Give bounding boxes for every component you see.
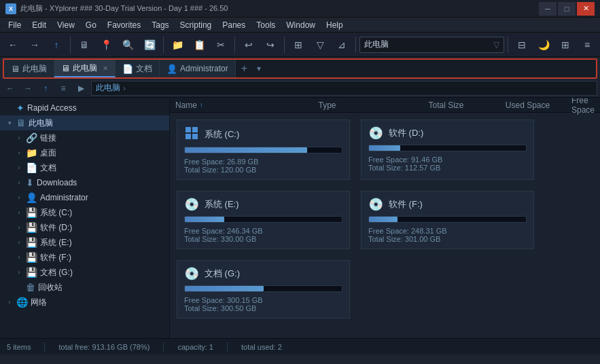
breadcrumb-pc[interactable]: 此电脑 <box>96 82 120 94</box>
tab-close-1[interactable]: ✕ <box>103 65 108 72</box>
filter2-button[interactable]: ⊿ <box>332 35 352 54</box>
drive-card-0[interactable]: 系统 (C:) Free Space: 26.89 GB Total Size:… <box>177 120 350 180</box>
column-headers: Name ↑ Type Total Size Used Space Free S… <box>170 98 600 113</box>
nav-arrow-btn[interactable]: ▶ <box>73 81 88 96</box>
drive-info-0: Free Space: 26.89 GB Total Size: 120.00 … <box>184 158 342 174</box>
drive-card-1[interactable]: 💿 软件 (D:) Free Space: 91.46 GB Total Siz… <box>361 120 534 180</box>
tab-label-0: 此电脑 <box>22 63 47 75</box>
drive-card-2[interactable]: 💿 系统 (E:) Free Space: 246.34 GB Total Si… <box>177 191 350 249</box>
menu-item-window[interactable]: Window <box>281 19 321 31</box>
drive-icon-1: 💿 <box>368 126 383 141</box>
tab-dropdown-button[interactable]: ▾ <box>253 60 265 77</box>
folder-button[interactable]: 📁 <box>167 35 188 54</box>
tab-label-3: Administrator <box>180 64 228 73</box>
location-button[interactable]: 📍 <box>96 35 116 54</box>
sync-button[interactable]: 🔄 <box>139 35 160 54</box>
sidebar-item-11[interactable]: › 💾 文档 (G:) <box>0 265 169 280</box>
sidebar-item-5[interactable]: › ⬇ Downloads <box>0 175 169 190</box>
tab-2[interactable]: 📄文档 <box>116 60 160 77</box>
tree-expand-13: › <box>5 298 14 306</box>
window-controls: ─ □ ✕ <box>539 2 595 16</box>
total-free: total free: 913.16 GB (78%) <box>58 343 149 351</box>
col-header-free[interactable]: Free Space <box>571 98 595 115</box>
menu-item-help[interactable]: Help <box>321 19 349 31</box>
search-button[interactable]: 🔍 <box>118 35 138 54</box>
tab-0[interactable]: 🖥此电脑 <box>4 60 54 77</box>
copy-button[interactable]: 📋 <box>189 35 209 54</box>
tab-1[interactable]: 🖥此电脑✕ <box>54 60 116 77</box>
nav-up-button[interactable]: ↑ <box>46 35 67 54</box>
layout-button[interactable]: ⊟ <box>512 35 532 54</box>
computer-button[interactable]: 🖥 <box>74 35 94 54</box>
tree-label-7: 系统 (C:) <box>40 207 72 219</box>
tree-expand-4: › <box>15 164 23 172</box>
sidebar-item-7[interactable]: › 💾 系统 (C:) <box>0 205 169 220</box>
drive-header-3: 💿 软件 (F:) <box>368 197 527 212</box>
moon-button[interactable]: 🌙 <box>533 35 554 54</box>
maximize-button[interactable]: □ <box>558 2 576 16</box>
minimize-button[interactable]: ─ <box>539 2 557 16</box>
menu-item-go[interactable]: Go <box>80 19 102 31</box>
tab-icon-2: 📄 <box>122 64 133 74</box>
menu-item-edit[interactable]: Edit <box>27 19 52 31</box>
sidebar-item-8[interactable]: › 💾 软件 (D:) <box>0 220 169 235</box>
nav-back-btn2[interactable]: ← <box>3 81 18 96</box>
drive-card-4[interactable]: 💿 文档 (G:) Free Space: 300.15 GB Total Si… <box>177 260 350 318</box>
close-button[interactable]: ✕ <box>577 2 595 16</box>
items-count: 5 items <box>7 343 31 351</box>
menu-item-view[interactable]: View <box>52 19 80 31</box>
filter-button[interactable]: ▽ <box>310 35 330 54</box>
sidebar-item-0[interactable]: ✦ Rapid Access <box>0 101 169 115</box>
nav-fwd-btn2[interactable]: → <box>20 81 35 96</box>
sidebar-item-4[interactable]: › 📄 文档 <box>0 160 169 175</box>
drive-free-0: Free Space: 26.89 GB <box>184 158 342 166</box>
undo-button[interactable]: ↩ <box>239 35 259 54</box>
col-header-type[interactable]: Type <box>319 101 429 110</box>
status-sep-1 <box>44 342 45 352</box>
cut-button[interactable]: ✂ <box>211 35 231 54</box>
sidebar-item-10[interactable]: › 💾 软件 (F:) <box>0 250 169 265</box>
tree-icon-12: 🗑 <box>26 282 35 293</box>
nav-back-button[interactable]: ← <box>3 35 23 54</box>
drive-icon-4: 💿 <box>184 266 199 281</box>
details-button[interactable]: ≡ <box>577 35 597 54</box>
drive-icon-3: 💿 <box>368 197 383 212</box>
nav-list-btn[interactable]: ≡ <box>56 81 71 96</box>
drive-icon-0 <box>184 126 199 143</box>
col-header-name[interactable]: Name ↑ <box>175 101 319 110</box>
sidebar-item-9[interactable]: › 💾 系统 (E:) <box>0 235 169 250</box>
col-header-used[interactable]: Used Space <box>506 101 571 110</box>
tree-expand-7: › <box>15 208 23 217</box>
tree-label-12: 回收站 <box>38 282 63 293</box>
address-input[interactable] <box>364 40 493 50</box>
sidebar-item-1[interactable]: ▾ 🖥 此电脑 <box>0 115 169 130</box>
drive-free-4: Free Space: 300.15 GB <box>184 296 342 304</box>
tree-expand-1: ▾ <box>5 119 14 127</box>
nav-up-btn2[interactable]: ↑ <box>38 81 53 96</box>
drive-bar-4 <box>184 285 342 292</box>
menu-item-scripting[interactable]: Scripting <box>175 19 217 31</box>
sidebar-item-3[interactable]: › 📁 桌面 <box>0 145 169 160</box>
redo-button[interactable]: ↪ <box>260 35 281 54</box>
tab-3[interactable]: 👤Administrator <box>160 60 236 77</box>
sidebar-item-13[interactable]: › 🌐 网络 <box>0 295 169 310</box>
nav-forward-button[interactable]: → <box>24 35 45 54</box>
sidebar-item-6[interactable]: › 👤 Administrator <box>0 190 169 205</box>
menu-item-tools[interactable]: Tools <box>251 19 281 31</box>
drive-card-3[interactable]: 💿 软件 (F:) Free Space: 248.31 GB Total Si… <box>361 191 534 249</box>
menu-item-panes[interactable]: Panes <box>217 19 251 31</box>
menu-item-file[interactable]: File <box>3 19 27 31</box>
tiles-button[interactable]: ⊞ <box>555 35 576 54</box>
grid-button[interactable]: ⊞ <box>288 35 308 54</box>
col-header-total[interactable]: Total Size <box>428 101 505 110</box>
drive-bar-2 <box>184 216 342 223</box>
tree-label-0: Rapid Access <box>27 103 77 113</box>
drive-free-3: Free Space: 248.31 GB <box>368 227 527 235</box>
sidebar-item-12[interactable]: 🗑 回收站 <box>0 280 169 295</box>
menu-item-favorites[interactable]: Favorites <box>102 19 146 31</box>
menu-item-tags[interactable]: Tags <box>146 19 174 31</box>
drive-total-2: Total Size: 330.00 GB <box>184 235 342 243</box>
tab-add-button[interactable]: + <box>236 60 253 77</box>
sidebar-item-2[interactable]: › 🔗 链接 <box>0 130 169 145</box>
drive-name-3: 软件 (F:) <box>389 198 423 211</box>
